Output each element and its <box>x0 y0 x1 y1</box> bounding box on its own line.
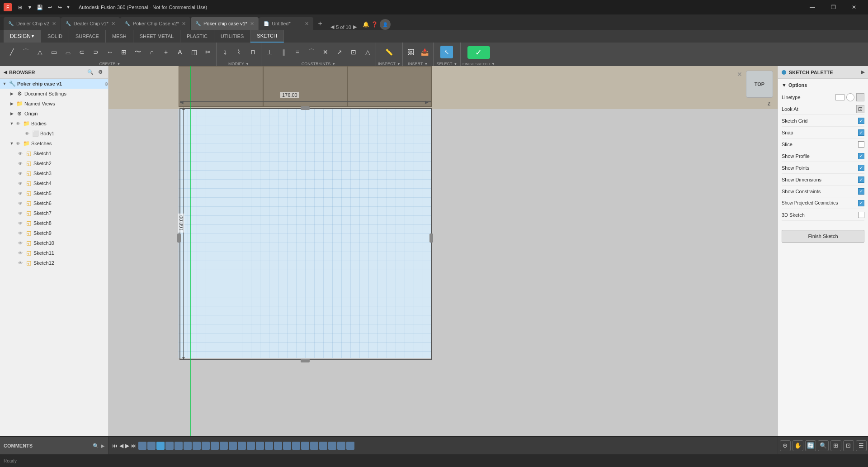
mode-utilities[interactable]: UTILITIES <box>214 30 250 43</box>
tool-constraint3[interactable]: = <box>291 46 304 58</box>
timeline-step-1[interactable] <box>138 442 146 450</box>
showdimensions-checkbox[interactable] <box>858 176 864 183</box>
3dsketch-checkbox[interactable] <box>858 212 864 218</box>
tree-item-sketch6[interactable]: 👁 ◱ Sketch6 <box>0 198 108 208</box>
timeline-step-14[interactable] <box>256 442 264 450</box>
namedviews-expand[interactable]: ▶ <box>9 101 14 106</box>
tree-item-namedviews[interactable]: ▶ 📁 Named Views <box>0 99 108 109</box>
sketch2-eye[interactable]: 👁 <box>18 161 23 166</box>
timeline-step-20[interactable] <box>310 442 318 450</box>
tab-chip1[interactable]: 🔧 Dealer Chip v1* ✕ <box>61 17 120 30</box>
timeline-step-9[interactable] <box>211 442 219 450</box>
help-icon[interactable]: ❓ <box>371 21 378 28</box>
modify-label[interactable]: MODIFY <box>228 62 249 66</box>
body1-eye[interactable]: 👁 <box>25 131 29 136</box>
tool-constraint7[interactable]: ⊡ <box>347 46 360 58</box>
timeline-step-18[interactable] <box>292 442 300 450</box>
timeline-step-5[interactable] <box>175 442 183 450</box>
sketch10-eye[interactable]: 👁 <box>18 241 23 246</box>
lookat-btn[interactable]: ⊡ <box>856 105 864 113</box>
mode-sheetmetal[interactable]: SHEET METAL <box>133 30 180 43</box>
timeline-step-3[interactable] <box>156 442 165 450</box>
tree-item-body1[interactable]: 👁 ⬜ Body1 <box>0 129 108 138</box>
finish-label[interactable]: FINISH SKETCH <box>462 62 495 66</box>
close-viewport-icon[interactable]: ✕ <box>737 71 742 78</box>
timeline-step-10[interactable] <box>220 442 228 450</box>
mode-surface[interactable]: SURFACE <box>69 30 106 43</box>
tool-modify3[interactable]: ⊓ <box>246 46 259 58</box>
home-btn[interactable]: ▼ <box>25 3 34 12</box>
save-btn[interactable]: 💾 <box>35 3 44 12</box>
snap-checkbox[interactable] <box>858 129 864 136</box>
tab-nav-next[interactable]: ▶ <box>353 24 357 30</box>
tab-chip1-close[interactable]: ✕ <box>111 21 115 27</box>
viewport[interactable]: 176.00 ◀ ▶ 168.00 ▲ ▼ TOP Z <box>108 66 778 436</box>
options-section-header[interactable]: ▼ Options <box>782 82 864 88</box>
timeline-step-7[interactable] <box>193 442 201 450</box>
tab-current-close[interactable]: ✕ <box>250 21 254 27</box>
timeline-step-6[interactable] <box>184 442 192 450</box>
sketch4-eye[interactable]: 👁 <box>18 181 23 186</box>
design-mode-btn[interactable]: DESIGN <box>4 30 41 43</box>
mode-solid[interactable]: SOLID <box>41 30 69 43</box>
nav-cube[interactable]: TOP Z <box>746 71 773 98</box>
tree-item-sketch1[interactable]: 👁 ◱ Sketch1 <box>0 148 108 158</box>
root-expand[interactable]: ▼ <box>2 81 7 86</box>
tool-constraint6[interactable]: ↗ <box>333 46 346 58</box>
mode-sketch[interactable]: SKETCH <box>250 30 284 43</box>
minimize-btn[interactable]: — <box>802 0 823 14</box>
sketch12-eye[interactable]: 👁 <box>18 261 23 266</box>
timeline-step-13[interactable] <box>247 442 255 450</box>
inspect-label[interactable]: INSPECT <box>378 62 401 66</box>
drag-handle-top[interactable] <box>301 106 310 110</box>
tool-constraint1[interactable]: ⊥ <box>263 46 276 58</box>
timeline-play-start[interactable]: ⏮ <box>112 443 118 449</box>
grid-btn[interactable]: ⊞ <box>15 3 24 12</box>
timeline-step-12[interactable] <box>238 442 246 450</box>
tab-chip2[interactable]: 🔧 Dealer Chip v2 ✕ <box>4 17 61 30</box>
tree-item-sketch2[interactable]: 👁 ◱ Sketch2 <box>0 158 108 168</box>
tree-item-sketch12[interactable]: 👁 ◱ Sketch12 <box>0 258 108 268</box>
constraints-label[interactable]: CONSTRAINTS <box>302 62 335 66</box>
close-btn[interactable]: ✕ <box>844 0 864 14</box>
tree-item-sketch9[interactable]: 👁 ◱ Sketch9 <box>0 228 108 238</box>
sketches-expand[interactable]: ▼ <box>9 141 14 146</box>
drag-handle-right-top[interactable] <box>429 234 433 243</box>
docsettings-expand[interactable]: ▶ <box>9 91 14 96</box>
timeline-step-23[interactable] <box>337 442 345 450</box>
timeline-play-end[interactable]: ⏭ <box>131 443 137 449</box>
drag-handle-bottom[interactable] <box>301 359 310 362</box>
browser-search-icon[interactable]: 🔍 <box>86 68 94 76</box>
sketch9-eye[interactable]: 👁 <box>18 231 23 236</box>
browser-expand-icon[interactable]: ◀ <box>4 70 7 75</box>
tool-text[interactable]: A <box>174 46 186 58</box>
comments-expand-icon[interactable]: ▶ <box>101 443 104 449</box>
timeline-step-22[interactable] <box>328 442 336 450</box>
tool-constraint4[interactable]: ⌒ <box>305 46 318 58</box>
timeline-play-fwd[interactable]: ▶ <box>125 443 129 449</box>
showprofile-checkbox[interactable] <box>858 153 864 159</box>
timeline-step-17[interactable] <box>283 442 291 450</box>
timeline-step-8[interactable] <box>202 442 210 450</box>
tool-arc[interactable]: ⌒ <box>19 46 32 58</box>
sketch11-eye[interactable]: 👁 <box>18 251 23 256</box>
linetype-btn1[interactable] <box>846 93 854 101</box>
timeline-step-19[interactable] <box>301 442 309 450</box>
tree-item-sketch5[interactable]: 👁 ◱ Sketch5 <box>0 188 108 198</box>
tool-arc2[interactable]: ⌓ <box>61 46 74 58</box>
sketch1-eye[interactable]: 👁 <box>18 151 23 156</box>
tree-item-sketch7[interactable]: 👁 ◱ Sketch7 <box>0 208 108 218</box>
sketch3-eye[interactable]: 👁 <box>18 171 23 176</box>
viewport-ctrl-6[interactable]: ⊡ <box>843 440 854 451</box>
tool-dim[interactable]: ◫ <box>188 46 200 58</box>
bodies-expand[interactable]: ▼ <box>9 121 14 126</box>
tree-root[interactable]: ▼ 🔧 Poker chip case v1 ⊙ <box>0 79 108 89</box>
palette-collapse-btn[interactable]: ▶ <box>861 69 864 75</box>
timeline-step-21[interactable] <box>319 442 327 450</box>
viewport-ctrl-3[interactable]: 🔄 <box>805 440 816 451</box>
tool-project[interactable]: ⊃ <box>90 46 102 58</box>
tree-item-sketch4[interactable]: 👁 ◱ Sketch4 <box>0 178 108 188</box>
tree-item-sketch3[interactable]: 👁 ◱ Sketch3 <box>0 168 108 178</box>
tool-finish[interactable]: ✓ <box>467 46 490 59</box>
tool-triangle[interactable]: △ <box>33 46 46 58</box>
